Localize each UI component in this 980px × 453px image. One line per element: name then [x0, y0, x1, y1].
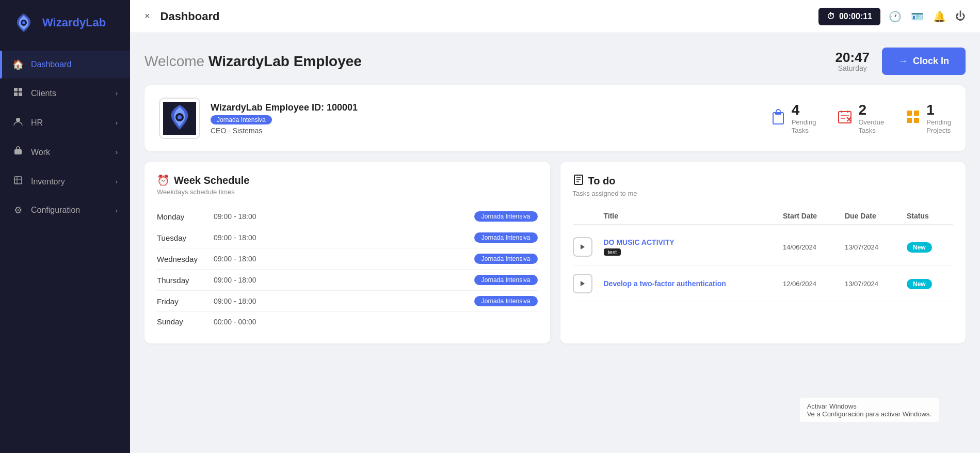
- schedule-badge: Jornada Intensiva: [474, 275, 538, 285]
- gear-icon: ⚙: [12, 205, 24, 216]
- col-header-start: Start Date: [783, 212, 845, 220]
- schedule-card: ⏰ Week Schedule Weekdays schedule times …: [144, 162, 550, 343]
- overdue-tasks-label: Overdue Tasks: [858, 118, 884, 134]
- chevron-right-icon: ›: [116, 148, 118, 156]
- sidebar-item-label: Configuration: [31, 206, 80, 215]
- svg-rect-21: [914, 118, 919, 123]
- sidebar-item-label: Dashboard: [31, 60, 71, 69]
- svg-rect-8: [14, 149, 22, 154]
- sidebar-item-hr[interactable]: HR ›: [0, 108, 130, 137]
- pending-projects-count: 1: [926, 102, 935, 118]
- todo-play-button[interactable]: [573, 274, 604, 293]
- todo-icon: [573, 174, 584, 188]
- svg-rect-9: [14, 177, 22, 184]
- sidebar: WizardyLab 🏠 Dashboard Clients › HR ›: [0, 0, 130, 453]
- power-icon[interactable]: ⏻: [955, 10, 966, 22]
- chevron-right-icon: ›: [116, 89, 118, 97]
- sidebar-item-work[interactable]: Work ›: [0, 137, 130, 167]
- svg-rect-5: [14, 92, 18, 96]
- svg-rect-14: [775, 113, 781, 115]
- todo-task-title[interactable]: Develop a two-factor authentication: [604, 279, 783, 288]
- schedule-time: 09:00 - 18:00: [214, 255, 474, 263]
- schedule-day: Thursday: [157, 276, 214, 285]
- sidebar-item-dashboard[interactable]: 🏠 Dashboard: [0, 51, 130, 79]
- dashboard-grid: ⏰ Week Schedule Weekdays schedule times …: [144, 162, 966, 343]
- timer-display[interactable]: ⏱ 00:00:11: [818, 8, 880, 25]
- schedule-row: Monday 09:00 - 18:00 Jornada Intensiva: [157, 206, 538, 227]
- todo-start-date: 14/06/2024: [783, 243, 845, 251]
- welcome-text: Welcome WizardyLab Employee: [144, 53, 835, 70]
- hr-icon: [12, 116, 24, 129]
- schedule-badge: Jornada Intensiva: [474, 296, 538, 306]
- schedule-row: Tuesday 09:00 - 18:00 Jornada Intensiva: [157, 227, 538, 248]
- sidebar-item-label: Inventory: [31, 177, 65, 186]
- logo-text: WizardyLab: [42, 17, 106, 29]
- clock-icon[interactable]: 🕐: [889, 10, 902, 23]
- status-badge: New: [907, 242, 932, 253]
- todo-card: To do Tasks assigned to me Title Start D…: [560, 162, 966, 343]
- svg-rect-15: [839, 112, 851, 123]
- stats-row: 4 Pending Tasks 2 Overd: [770, 102, 951, 134]
- timer-icon: ⏱: [827, 12, 835, 21]
- todo-status: New: [907, 242, 953, 252]
- bell-icon[interactable]: 🔔: [933, 10, 946, 23]
- schedule-time: 09:00 - 18:00: [214, 233, 474, 242]
- overdue-icon: [837, 108, 853, 129]
- clock-schedule-icon: ⏰: [157, 174, 170, 186]
- projects-icon: [905, 108, 921, 129]
- clients-icon: [12, 87, 24, 100]
- svg-marker-24: [581, 281, 585, 286]
- page-title: Dashboard: [160, 10, 810, 23]
- sidebar-item-label: Clients: [31, 89, 56, 98]
- schedule-day: Friday: [157, 297, 214, 306]
- sidebar-item-clients[interactable]: Clients ›: [0, 79, 130, 108]
- todo-play-button[interactable]: [573, 237, 604, 257]
- card-icon[interactable]: 🪪: [911, 10, 924, 23]
- svg-rect-19: [914, 111, 919, 116]
- schedule-row: Wednesday 09:00 - 18:00 Jornada Intensiv…: [157, 248, 538, 270]
- overdue-tasks-count: 2: [858, 102, 866, 118]
- svg-point-12: [178, 115, 182, 119]
- svg-rect-20: [907, 118, 912, 123]
- main-area: × Dashboard ⏱ 00:00:11 🕐 🪪 🔔 ⏻ Welcome W…: [130, 0, 980, 453]
- table-row: DO MUSIC ACTIVITY test 14/06/2024 13/07/…: [573, 229, 954, 265]
- todo-tag: test: [604, 248, 621, 256]
- sidebar-item-configuration[interactable]: ⚙ Configuration ›: [0, 196, 130, 224]
- todo-due-date: 13/07/2024: [845, 280, 907, 288]
- schedule-day: Wednesday: [157, 255, 214, 263]
- welcome-bar: Welcome WizardyLab Employee 20:47 Saturd…: [144, 48, 966, 75]
- avatar: [159, 98, 200, 139]
- work-icon: [12, 146, 24, 159]
- welcome-right: 20:47 Saturday → Clock In: [835, 48, 966, 75]
- logo-icon: [10, 9, 37, 36]
- col-header-title: Title: [604, 212, 783, 220]
- todo-task-info: DO MUSIC ACTIVITY test: [604, 238, 783, 256]
- svg-marker-23: [581, 244, 585, 249]
- table-row: Develop a two-factor authentication 12/0…: [573, 265, 954, 302]
- timer-value: 00:00:11: [839, 12, 872, 21]
- close-icon[interactable]: ×: [144, 11, 150, 22]
- home-icon: 🏠: [12, 59, 24, 70]
- content-area: Welcome WizardyLab Employee 20:47 Saturd…: [130, 33, 980, 453]
- topbar-icons: 🕐 🪪 🔔 ⏻: [889, 10, 966, 23]
- schedule-badge: Jornada Intensiva: [474, 211, 538, 222]
- schedule-time: 09:00 - 18:00: [214, 276, 474, 284]
- todo-task-title[interactable]: DO MUSIC ACTIVITY: [604, 238, 783, 246]
- employee-info: WizardyLab Employee ID: 100001 Jornada I…: [211, 102, 760, 135]
- chevron-right-icon: ›: [116, 119, 118, 127]
- todo-status: New: [907, 279, 953, 288]
- sidebar-item-label: HR: [31, 118, 43, 128]
- current-day: Saturday: [835, 64, 870, 72]
- schedule-title: ⏰ Week Schedule: [157, 174, 538, 186]
- inventory-icon: [12, 175, 24, 188]
- todo-table-header: Title Start Date Due Date Status: [573, 208, 954, 225]
- sidebar-item-inventory[interactable]: Inventory ›: [0, 167, 130, 196]
- todo-start-date: 12/06/2024: [783, 280, 845, 288]
- schedule-time: 00:00 - 00:00: [214, 318, 538, 326]
- todo-task-info: Develop a two-factor authentication: [604, 279, 783, 288]
- clock-display: 20:47 Saturday: [835, 51, 870, 72]
- avatar-image: [163, 102, 196, 135]
- clock-in-button[interactable]: → Clock In: [882, 48, 966, 75]
- todo-due-date: 13/07/2024: [845, 243, 907, 251]
- schedule-subtitle: Weekdays schedule times: [157, 188, 538, 196]
